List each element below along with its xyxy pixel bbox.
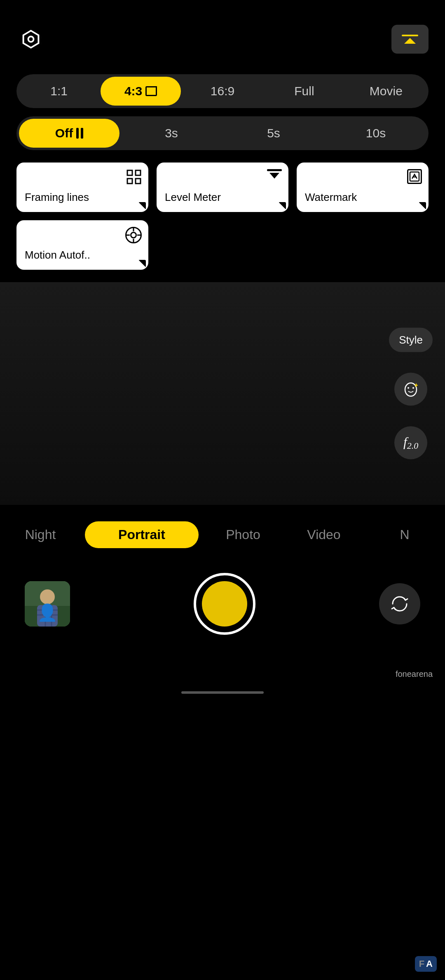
mode-selector: Night Portrait Photo Video N bbox=[0, 505, 445, 556]
corner-indicator bbox=[138, 260, 146, 267]
framing-lines-btn[interactable]: Framing lines bbox=[16, 163, 148, 212]
mode-portrait[interactable]: Portrait bbox=[85, 521, 199, 548]
svg-rect-12 bbox=[37, 605, 58, 627]
watermark-btn[interactable]: Watermark bbox=[297, 163, 429, 212]
mode-video[interactable]: Video bbox=[283, 523, 364, 547]
aspect-ratio-icon bbox=[145, 86, 157, 96]
brand-watermark: F A bbox=[415, 956, 437, 972]
corner-indicator bbox=[419, 202, 426, 210]
brand-text: fonearena bbox=[396, 669, 437, 679]
level-meter-label: Level Meter bbox=[165, 191, 221, 204]
mode-photo[interactable]: Photo bbox=[203, 523, 283, 547]
framing-lines-icon bbox=[126, 169, 142, 188]
level-meter-icon bbox=[267, 169, 282, 179]
corner-indicator bbox=[279, 202, 286, 210]
shutter-inner bbox=[202, 581, 247, 627]
svg-point-7 bbox=[408, 387, 409, 389]
features-grid: Framing lines Level Meter Watermark bbox=[16, 163, 429, 212]
corner-indicator bbox=[138, 202, 146, 210]
aperture-value: f2.0 bbox=[403, 434, 418, 452]
brand-a: A bbox=[426, 959, 433, 969]
collapse-button[interactable] bbox=[391, 25, 429, 54]
features-grid-2: Motion Autof.. bbox=[16, 220, 429, 270]
top-bar bbox=[0, 0, 445, 66]
watermark-label: Watermark bbox=[305, 191, 357, 204]
motion-autofocus-btn[interactable]: Motion Autof.. bbox=[16, 220, 148, 270]
timer-selector: Off 3s 5s 10s bbox=[16, 116, 429, 150]
motion-autofocus-icon bbox=[125, 227, 142, 243]
svg-point-8 bbox=[412, 387, 414, 389]
flip-camera-button[interactable] bbox=[379, 583, 420, 624]
collapse-bar bbox=[402, 35, 418, 36]
aspect-btn-16-9[interactable]: 16:9 bbox=[183, 77, 262, 106]
watermark-icon bbox=[407, 169, 422, 184]
bottom-controls bbox=[0, 556, 445, 668]
aspect-btn-movie[interactable]: Movie bbox=[346, 77, 426, 106]
aperture-button[interactable]: f2.0 bbox=[394, 426, 427, 459]
gallery-thumbnail[interactable] bbox=[25, 581, 70, 627]
aspect-btn-1-1[interactable]: 1:1 bbox=[19, 77, 99, 106]
framing-lines-label: Framing lines bbox=[25, 191, 89, 204]
timer-btn-off[interactable]: Off bbox=[19, 119, 119, 148]
svg-rect-2 bbox=[136, 170, 141, 175]
home-indicator bbox=[181, 691, 264, 694]
timer-btn-10s[interactable]: 10s bbox=[326, 119, 426, 148]
settings-icon[interactable] bbox=[16, 25, 45, 54]
svg-point-11 bbox=[40, 589, 55, 604]
collapse-chevron-icon bbox=[404, 38, 416, 44]
svg-rect-3 bbox=[127, 179, 132, 184]
right-side-controls: Style f2.0 bbox=[389, 328, 433, 459]
level-meter-btn[interactable]: Level Meter bbox=[157, 163, 288, 212]
timer-btn-3s[interactable]: 3s bbox=[121, 119, 222, 148]
aspect-btn-full[interactable]: Full bbox=[264, 77, 344, 106]
brand-f: F bbox=[419, 959, 424, 969]
timer-btn-5s[interactable]: 5s bbox=[223, 119, 324, 148]
svg-rect-4 bbox=[136, 179, 141, 184]
shutter-button[interactable] bbox=[194, 573, 255, 635]
mode-night[interactable]: Night bbox=[0, 523, 81, 547]
motion-autofocus-label: Motion Autof.. bbox=[25, 249, 90, 261]
home-indicator-area bbox=[0, 691, 445, 706]
mode-more[interactable]: N bbox=[364, 523, 445, 547]
brand-area: fonearena F A bbox=[0, 668, 445, 683]
aspect-btn-4-3[interactable]: 4:3 bbox=[101, 77, 180, 106]
camera-viewfinder: Style f2.0 bbox=[0, 282, 445, 505]
pause-icon bbox=[76, 128, 83, 139]
style-button[interactable]: Style bbox=[389, 328, 433, 352]
ai-face-button[interactable] bbox=[394, 373, 427, 406]
svg-rect-1 bbox=[127, 170, 132, 175]
aspect-ratio-selector: 1:1 4:3 16:9 Full Movie bbox=[16, 74, 429, 108]
